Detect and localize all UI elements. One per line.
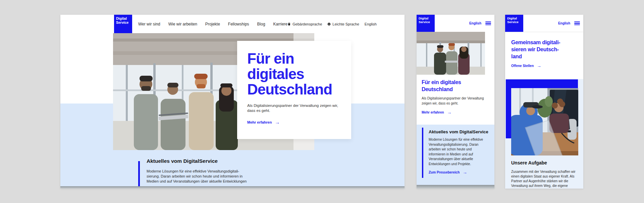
desktop-news-section: Aktuelles vom DigitalService Moderne Lös… bbox=[147, 158, 308, 184]
mission-body-line1: Zusammen mit der Verwaltung schaffen wir bbox=[511, 170, 576, 174]
mobile-header: Digital Service English bbox=[505, 15, 583, 32]
desktop-hero-title: Für ein digitales Deutschland bbox=[247, 51, 342, 97]
news-body-line1: Moderne Lösungen für eine effektive Verw… bbox=[147, 169, 239, 173]
tablet-hero-subtitle: Als Digitalisierungspartner der Verwaltu… bbox=[422, 96, 489, 106]
sign-language-label: Gebärdensprache bbox=[292, 22, 322, 26]
cta-label: Zum Pressebereich bbox=[429, 171, 460, 174]
tablet-hero-title: Für ein digitales Deutschland bbox=[422, 79, 489, 93]
arrow-right-icon: → bbox=[537, 64, 541, 68]
nav-item-fellowships[interactable]: Fellowships bbox=[228, 22, 249, 26]
hero-subtitle-line2: zeigen wir, dass es geht. bbox=[422, 102, 459, 105]
desktop-header: Digital Service Wer wir sind Wie wir arb… bbox=[60, 15, 405, 33]
news-body: Moderne Lösungen für eine effektive Verw… bbox=[429, 137, 490, 166]
mehr-erfahren-link[interactable]: Mehr erfahren → bbox=[422, 110, 451, 115]
tablet-cutoff-strip bbox=[417, 185, 494, 189]
news-accent-bar bbox=[422, 128, 423, 178]
hamburger-menu-icon[interactable] bbox=[485, 21, 491, 25]
digitalservice-logo[interactable]: Digital Service bbox=[505, 15, 523, 32]
hero-title-line3: Deutschland bbox=[247, 82, 342, 97]
arrow-right-icon: → bbox=[463, 170, 467, 175]
logo-text-line2: Service bbox=[419, 20, 435, 24]
language-switch[interactable]: English bbox=[469, 21, 481, 25]
nav-item-blog[interactable]: Blog bbox=[257, 22, 265, 26]
zum-pressebereich-link[interactable]: Zum Pressebereich → bbox=[429, 170, 467, 175]
sign-language-icon bbox=[287, 22, 291, 26]
desktop-hero-card: Für ein digitales Deutschland Als Digita… bbox=[237, 41, 351, 139]
news-body-line3: Medien und auf Veranstaltungen über aktu… bbox=[147, 179, 247, 183]
desktop-meta-nav: Gebärdensprache Leichte Sprache English bbox=[287, 22, 377, 26]
easy-language-icon bbox=[327, 22, 331, 26]
logo-text-line2: Service bbox=[116, 21, 132, 25]
hero-title-line3: land bbox=[511, 53, 579, 60]
language-switch[interactable]: English bbox=[558, 21, 570, 25]
mehr-erfahren-link[interactable]: Mehr erfahren → bbox=[247, 120, 280, 125]
cta-label: Offene Stellen bbox=[511, 64, 534, 68]
news-body-line1: Moderne Lösungen für eine effektive bbox=[429, 138, 483, 141]
tablet-mockup: Digital Service English bbox=[417, 15, 494, 189]
news-body-line6: Entwicklungen und Projekte. bbox=[429, 162, 471, 166]
news-body-line5: Veranstaltungen über aktuelle bbox=[429, 157, 473, 161]
logo-text-line1: Digital bbox=[116, 17, 132, 21]
nav-item-karriere[interactable]: Karriere bbox=[273, 22, 288, 26]
language-switch[interactable]: English bbox=[365, 22, 377, 26]
digitalservice-logo[interactable]: Digital Service bbox=[114, 15, 132, 33]
news-body: Moderne Lösungen für eine effektive Verw… bbox=[147, 169, 308, 184]
desktop-mockup: Digital Service Wer wir sind Wie wir arb… bbox=[60, 15, 405, 189]
tablet-header-right: English bbox=[469, 15, 491, 32]
cta-label: Mehr erfahren bbox=[422, 111, 444, 114]
mission-body-line4: Verwaltung auf ihrem Weg, die eigene bbox=[511, 184, 568, 188]
hero-subtitle-line1: Als Digitalisierungspartner der Verwaltu… bbox=[247, 104, 338, 108]
offene-stellen-link[interactable]: Offene Stellen → bbox=[511, 64, 541, 68]
mobile-mockup: Digital Service English Gemeinsam digita… bbox=[505, 15, 583, 189]
hero-title-line2: sieren wir Deutsch- bbox=[511, 46, 579, 53]
tablet-hero-card: Für ein digitales Deutschland Als Digita… bbox=[417, 75, 494, 125]
cta-label: Mehr erfahren bbox=[247, 120, 272, 124]
digitalservice-logo[interactable]: Digital Service bbox=[417, 15, 435, 32]
easy-language-link[interactable]: Leichte Sprache bbox=[327, 22, 359, 26]
news-body-line4: informieren in Medien und auf bbox=[429, 152, 473, 156]
arrow-right-icon: → bbox=[447, 110, 452, 115]
hero-title-line1: Für ein digitales bbox=[422, 79, 489, 86]
sign-language-link[interactable]: Gebärdensprache bbox=[287, 22, 322, 26]
news-heading: Aktuelles vom DigitalService bbox=[429, 129, 490, 134]
hero-title-line2: Deutschland bbox=[422, 86, 489, 93]
news-heading: Aktuelles vom DigitalService bbox=[147, 158, 308, 164]
mobile-mission-photo bbox=[511, 88, 578, 155]
desktop-main-nav: Wer wir sind Wie wir arbeiten Projekte F… bbox=[138, 22, 287, 26]
hero-subtitle-line2: dass es geht. bbox=[247, 109, 270, 113]
news-body-line2: Verwaltungsdigitalisierung. Daran bbox=[429, 143, 478, 146]
desktop-cutoff-strip bbox=[60, 186, 405, 189]
desktop-hero-subtitle: Als Digitalisierungspartner der Verwaltu… bbox=[247, 103, 342, 113]
hero-title-line2: digitales bbox=[247, 66, 342, 82]
mobile-hero-title: Gemeinsam digitali- sieren wir Deutsch- … bbox=[511, 39, 579, 60]
news-accent-bar bbox=[138, 161, 140, 189]
mobile-hero: Gemeinsam digitali- sieren wir Deutsch- … bbox=[505, 32, 583, 79]
tablet-header: Digital Service English bbox=[417, 15, 494, 32]
mission-heading: Unsere Aufgabe bbox=[511, 160, 547, 165]
easy-language-label: Leichte Sprache bbox=[332, 22, 359, 26]
mobile-mission-section: Unsere Aufgabe Zusammen mit der Verwaltu… bbox=[505, 79, 583, 189]
hero-title-line1: Für ein bbox=[247, 51, 342, 66]
news-body-line3: arbeiten wir schon heute und bbox=[429, 147, 472, 151]
nav-item-wer-wir-sind[interactable]: Wer wir sind bbox=[138, 22, 160, 26]
team-office-photo bbox=[417, 32, 485, 75]
news-body-line2: sierung. Daran arbeiten wir schon heute … bbox=[147, 174, 243, 178]
tablet-news-section: Aktuelles vom DigitalService Moderne Lös… bbox=[417, 125, 494, 185]
office-desk-photo bbox=[511, 88, 578, 155]
mission-body: Zusammen mit der Verwaltung schaffen wir… bbox=[511, 170, 578, 188]
nav-item-wie-wir-arbeiten[interactable]: Wie wir arbeiten bbox=[168, 22, 197, 26]
arrow-right-icon: → bbox=[275, 120, 280, 125]
hamburger-menu-icon[interactable] bbox=[574, 21, 580, 25]
hero-subtitle-line1: Als Digitalisierungspartner der Verwaltu… bbox=[422, 96, 484, 100]
mobile-header-right: English bbox=[558, 15, 580, 32]
logo-text-line2: Service bbox=[507, 20, 523, 24]
hero-title-line1: Gemeinsam digitali- bbox=[511, 39, 579, 46]
mission-body-line2: einen digitalen Staat aus eigener Kraft.… bbox=[511, 175, 574, 178]
tablet-news-content: Aktuelles vom DigitalService Moderne Lös… bbox=[429, 129, 490, 175]
mission-body-line3: Partner auf Augenhöhe stärken wir die bbox=[511, 179, 568, 183]
nav-item-projekte[interactable]: Projekte bbox=[205, 22, 220, 26]
tablet-hero-photo bbox=[417, 32, 485, 75]
